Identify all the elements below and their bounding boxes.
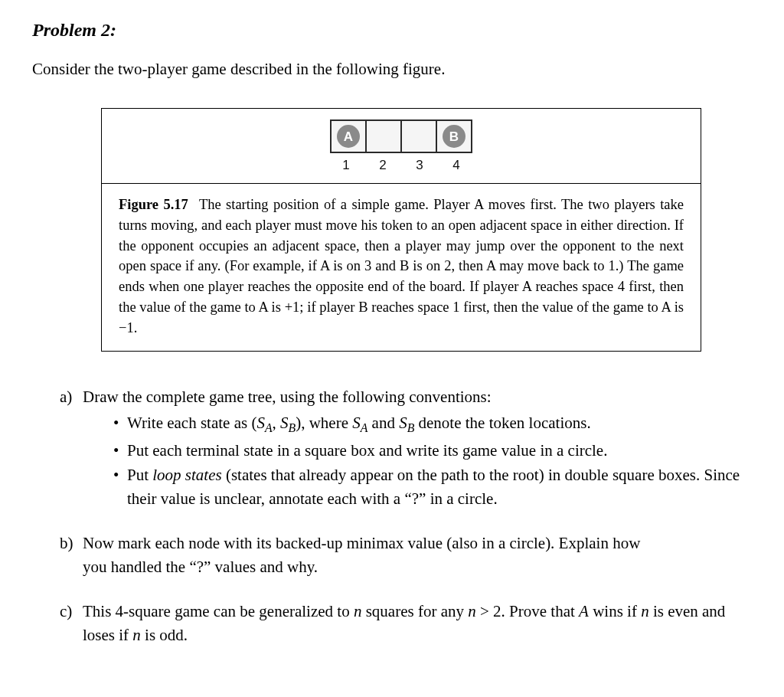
board-cell-1: A — [330, 119, 367, 153]
c-odd: is odd. — [141, 626, 188, 644]
part-b: b) Now mark each node with its backed-up… — [60, 532, 741, 578]
c-pre: This 4-square game can be generalized to — [83, 602, 354, 620]
b1-sb2: S — [399, 414, 407, 432]
b1-sa-sub: A — [265, 421, 273, 434]
b1-sa2: S — [352, 414, 361, 432]
figure-caption: Figure 5.17The starting position of a si… — [102, 184, 701, 351]
part-b-line1: Now mark each node with its backed-up mi… — [83, 534, 640, 552]
part-c: c) This 4-square game can be generalized… — [60, 600, 741, 646]
figure-box: A B 1 2 3 4 Figure 5.17The starting posi… — [101, 108, 701, 351]
b1-post: denote the token locations. — [414, 414, 590, 432]
board-labels: 1 2 3 4 — [328, 156, 475, 175]
part-b-line2: you handled the “?” values and why. — [83, 558, 318, 576]
part-a-bullet-1: Write each state as (SA, SB), where SA a… — [113, 411, 741, 437]
b1-sb-sub: B — [289, 421, 296, 434]
b3-loop: loop states — [152, 466, 221, 484]
parts-list: a) Draw the complete game tree, using th… — [32, 385, 756, 647]
b3-pre: Put — [127, 466, 152, 484]
figure-caption-text: The starting position of a simple game. … — [119, 197, 684, 335]
part-a-bullet-3: Put loop states (states that already app… — [113, 463, 741, 510]
cell-label-4: 4 — [438, 156, 475, 175]
figure-board-panel: A B 1 2 3 4 — [102, 109, 701, 184]
b1-pre: Write each state as ( — [127, 414, 256, 432]
token-a: A — [337, 125, 360, 148]
c-n2: n — [468, 602, 476, 620]
part-a-bullets: Write each state as (SA, SB), where SA a… — [83, 411, 741, 510]
c-n4: n — [132, 626, 141, 644]
b1-comma: , — [273, 414, 281, 432]
b1-sa: S — [256, 414, 265, 432]
c-wins: wins if — [589, 602, 641, 620]
problem-title: Problem 2: — [32, 17, 756, 44]
b1-sb2-sub: B — [407, 421, 415, 434]
cell-label-1: 1 — [328, 156, 364, 175]
board-cell-2 — [365, 119, 402, 153]
figure-number: Figure 5.17 — [119, 197, 199, 212]
c-mid1: squares for any — [361, 602, 468, 620]
cell-label-3: 3 — [401, 156, 438, 175]
c-n3: n — [641, 602, 649, 620]
token-b: B — [443, 125, 466, 148]
b1-sb: S — [280, 414, 289, 432]
board-cell-3 — [400, 119, 437, 153]
game-board: A B — [330, 119, 472, 153]
part-a-marker: a) — [60, 385, 72, 408]
intro-text: Consider the two-player game described i… — [32, 57, 756, 80]
c-gt: > 2. Prove that — [476, 602, 579, 620]
board-cell-4: B — [436, 119, 472, 153]
b1-mid: ), where — [296, 414, 352, 432]
b1-and: and — [368, 414, 399, 432]
part-c-marker: c) — [60, 600, 72, 623]
part-b-marker: b) — [60, 532, 74, 555]
c-A: A — [579, 602, 589, 620]
part-a-bullet-2: Put each terminal state in a square box … — [113, 439, 741, 462]
part-a-lead: Draw the complete game tree, using the f… — [83, 388, 492, 406]
part-a: a) Draw the complete game tree, using th… — [60, 385, 741, 511]
cell-label-2: 2 — [364, 156, 401, 175]
c-n1: n — [354, 602, 362, 620]
b1-sa2-sub: A — [361, 421, 368, 434]
